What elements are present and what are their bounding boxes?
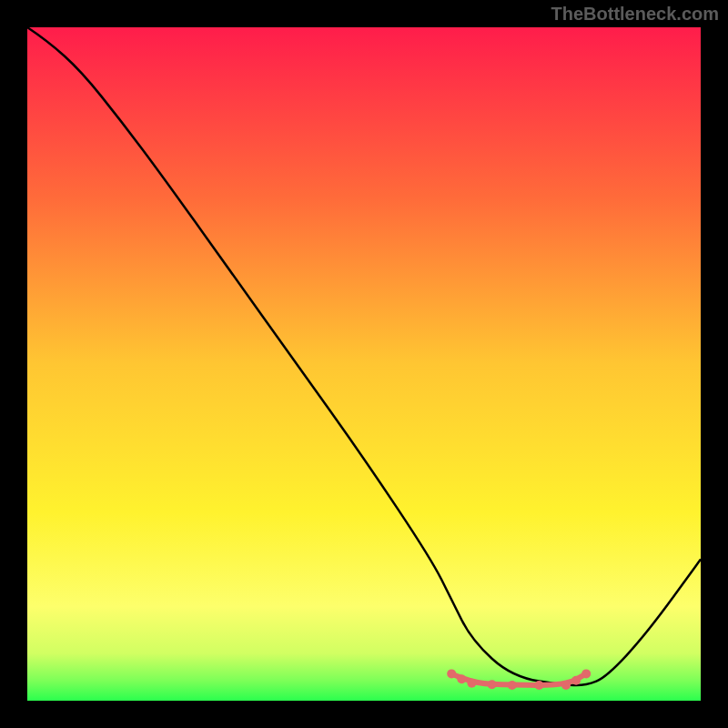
highlight-dot xyxy=(447,669,456,678)
highlight-dot xyxy=(571,676,581,685)
highlight-dot xyxy=(508,681,517,690)
chart-container: TheBottleneck.com xyxy=(0,0,728,728)
plot-background xyxy=(27,27,701,701)
highlight-dot xyxy=(457,674,466,683)
highlight-dot xyxy=(581,669,591,678)
highlight-dot xyxy=(488,680,497,689)
highlight-dot xyxy=(561,681,571,690)
chart-svg xyxy=(0,0,728,728)
highlight-dot xyxy=(467,679,476,688)
watermark-text: TheBottleneck.com xyxy=(551,4,719,25)
highlight-dot xyxy=(534,681,543,690)
